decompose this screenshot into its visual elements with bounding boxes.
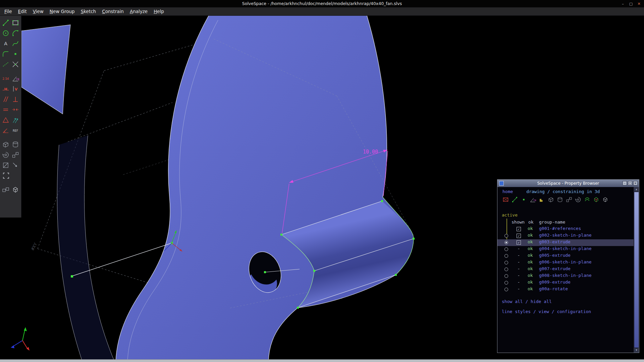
group-name-link[interactable]: g008-sketch-in-plane xyxy=(539,273,592,278)
group-hidden-dash[interactable]: - xyxy=(517,253,521,258)
bezier-spline-button[interactable] xyxy=(11,38,20,49)
link-button[interactable] xyxy=(593,196,600,203)
scroll-thumb[interactable] xyxy=(634,192,639,348)
symmetric-constraint-button[interactable] xyxy=(1,115,11,125)
group-shown-checkbox[interactable]: ✓ xyxy=(517,240,521,245)
menu-item-view[interactable]: View xyxy=(30,8,47,15)
section-view-button[interactable] xyxy=(1,160,11,170)
group-hidden-dash[interactable]: - xyxy=(517,280,521,285)
sketch-in-plane-button[interactable] xyxy=(502,196,509,203)
extrude-button[interactable] xyxy=(547,196,554,203)
rectangle-button[interactable] xyxy=(11,17,20,28)
link-line-styles[interactable]: line styles xyxy=(502,309,531,314)
nearest-iso-view-button[interactable] xyxy=(11,184,20,195)
scroll-down-button[interactable]: ▼ xyxy=(634,348,639,353)
rotate-button[interactable] xyxy=(575,196,582,203)
nav-home-link[interactable]: home xyxy=(502,189,513,194)
horizontal-constraint-button[interactable]: H xyxy=(1,83,11,94)
group-hidden-dash[interactable]: - xyxy=(517,259,521,264)
parallel-constraint-button[interactable] xyxy=(1,94,11,104)
scrollbar[interactable]: ▲ ▼ xyxy=(634,187,639,353)
menu-item-edit[interactable]: Edit xyxy=(15,8,30,15)
other-angle-constraint-button[interactable] xyxy=(1,125,11,135)
workplane-button[interactable] xyxy=(538,196,545,203)
line-segment-button[interactable] xyxy=(1,17,11,28)
group-name-link[interactable]: g00a-rotate xyxy=(539,286,568,291)
group-name-link[interactable]: g005-extrude xyxy=(539,253,571,258)
close-button[interactable]: ✕ xyxy=(637,2,641,6)
lathe-group-button[interactable] xyxy=(11,139,20,149)
vertical-constraint-button[interactable]: V xyxy=(11,83,20,94)
angle-constraint-button[interactable]: 74° xyxy=(11,73,20,83)
group-hidden-dash[interactable]: - xyxy=(517,286,521,291)
circle-button[interactable] xyxy=(1,28,11,38)
group-active-radio[interactable] xyxy=(504,234,508,238)
link-view[interactable]: view xyxy=(539,309,549,314)
group-active-radio[interactable] xyxy=(504,281,508,285)
reference-dimension-button[interactable]: REF xyxy=(11,125,20,135)
show-text-window-button[interactable] xyxy=(1,170,11,181)
group-name-link[interactable]: g002-sketch-in-plane xyxy=(539,233,592,238)
link-hide-all[interactable]: hide all xyxy=(531,299,552,304)
group-active-radio[interactable] xyxy=(504,274,508,278)
pb-maximize-button[interactable]: ▢ xyxy=(628,181,632,185)
angle-display-button[interactable]: 74° xyxy=(529,196,536,203)
extrude-group-button[interactable] xyxy=(1,139,11,149)
translate-group-button[interactable] xyxy=(11,149,20,160)
group-name-link[interactable]: g007-extrude xyxy=(539,266,571,271)
title-bar[interactable]: SolveSpace - /home/arkhnchul/doc/mendel/… xyxy=(0,0,644,8)
pb-shade-button[interactable]: – xyxy=(623,181,627,185)
group-name-link[interactable]: g009-extrude xyxy=(539,280,571,285)
text-in-font-button[interactable]: A xyxy=(1,38,11,49)
group-name-link[interactable]: g006-sketch-in-plane xyxy=(539,259,592,264)
distance-constraint-button[interactable]: 2.54 xyxy=(1,73,11,83)
on-entity-constraint-button[interactable] xyxy=(11,104,20,115)
step-dimension-button[interactable] xyxy=(11,160,20,170)
group-name-link[interactable]: g003-extrude xyxy=(539,239,571,244)
group-active-radio[interactable] xyxy=(504,254,508,258)
dimension-label[interactable]: 10.00 xyxy=(363,149,378,155)
pb-close-button[interactable]: ✕ xyxy=(633,181,638,185)
point-entity-button[interactable] xyxy=(520,196,527,203)
link-configuration[interactable]: configuration xyxy=(557,309,591,314)
group-shown-checkbox[interactable]: ✓ xyxy=(517,227,521,231)
group-name-link[interactable]: g004-sketch-in-plane xyxy=(539,246,592,251)
link-file-button[interactable] xyxy=(1,184,11,195)
orientation-cube-button[interactable] xyxy=(602,196,609,203)
datum-point-button[interactable] xyxy=(11,49,20,59)
group-active-radio[interactable] xyxy=(504,288,508,291)
rotate-group-button[interactable] xyxy=(1,149,11,160)
menu-item-new-group[interactable]: New Group xyxy=(47,8,78,15)
perpendicular-constraint-button[interactable] xyxy=(11,94,20,104)
equal-constraint-button[interactable] xyxy=(1,104,11,115)
hole-center-point[interactable] xyxy=(264,271,266,273)
minimize-button[interactable]: – xyxy=(621,2,625,6)
parallel-normal-constraint-button[interactable] xyxy=(11,115,20,125)
group-hidden-dash[interactable]: - xyxy=(517,266,521,271)
menu-item-help[interactable]: Help xyxy=(151,8,167,15)
group-active-radio[interactable] xyxy=(504,267,508,271)
helical-button[interactable] xyxy=(584,196,591,203)
lathe-button[interactable] xyxy=(556,196,564,203)
group-name-link[interactable]: g001-#references xyxy=(539,226,581,231)
property-browser-titlebar[interactable]: SolveSpace - Property Browser –▢✕ xyxy=(497,180,639,187)
split-curves-button[interactable] xyxy=(11,59,20,69)
group-hidden-dash[interactable]: - xyxy=(517,273,521,278)
menu-item-analyze[interactable]: Analyze xyxy=(127,8,151,15)
group-active-radio[interactable] xyxy=(504,247,508,251)
group-active-radio[interactable] xyxy=(504,261,508,264)
maximize-button[interactable]: ▢ xyxy=(629,2,633,6)
nav-path-link[interactable]: drawing / constraining in 3d xyxy=(526,189,600,194)
scroll-up-button[interactable]: ▲ xyxy=(634,187,639,192)
tangent-arc-button[interactable] xyxy=(1,49,11,59)
group-active-radio[interactable] xyxy=(504,241,508,244)
link-show-all[interactable]: show all xyxy=(502,299,523,304)
group-shown-checkbox[interactable]: ✓ xyxy=(517,234,521,238)
group-hidden-dash[interactable]: - xyxy=(517,246,521,251)
line-entity-button[interactable] xyxy=(511,196,518,203)
menu-item-sketch[interactable]: Sketch xyxy=(78,8,99,15)
arc-of-circle-button[interactable] xyxy=(11,28,20,38)
menu-item-file[interactable]: File xyxy=(1,8,15,15)
menu-item-constrain[interactable]: Constrain xyxy=(99,8,127,15)
translate-button[interactable] xyxy=(566,196,573,203)
